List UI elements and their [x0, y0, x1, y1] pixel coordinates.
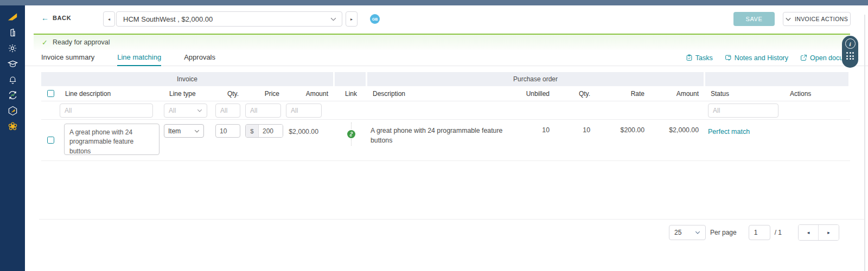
- filter-qty[interactable]: [215, 104, 240, 118]
- tasks-link[interactable]: Tasks: [686, 54, 713, 62]
- compass-arrow-icon[interactable]: [7, 106, 18, 116]
- price-input-group: $: [245, 124, 283, 138]
- app-logo-icon[interactable]: [7, 11, 18, 22]
- graduation-cap-icon[interactable]: [7, 59, 18, 69]
- external-link-icon: [800, 54, 807, 61]
- filter-status[interactable]: [708, 104, 778, 118]
- select-all-checkbox[interactable]: [47, 90, 54, 97]
- status-banner: ✓ Ready for approval: [34, 34, 850, 50]
- page-total: / 1: [775, 229, 782, 236]
- app-sidebar: [0, 5, 25, 271]
- qty-input[interactable]: [215, 124, 240, 138]
- back-button[interactable]: ← BACK: [41, 14, 71, 22]
- purchase-order-group-header: Purchase order: [367, 72, 704, 86]
- sync-chart-icon[interactable]: [7, 90, 18, 100]
- back-arrow-icon: ←: [41, 14, 49, 22]
- per-page-label: Per page: [710, 229, 737, 236]
- status-banner-text: Ready for approval: [53, 38, 110, 46]
- col-po-amount: Amount: [651, 90, 705, 98]
- table-row: A great phone with 24 programmable featu…: [41, 120, 850, 161]
- filter-amount[interactable]: [286, 104, 322, 118]
- col-link: Link: [335, 90, 367, 98]
- drag-handle-dots-icon[interactable]: [846, 52, 854, 60]
- chevron-down-icon: [786, 17, 791, 21]
- invoice-amount: $2,000.00: [286, 120, 335, 160]
- chevron-down-icon: [695, 231, 700, 234]
- status-group-header: [705, 72, 848, 86]
- col-qty: Qty.: [215, 90, 245, 98]
- col-price: Price: [245, 90, 286, 98]
- status-badge[interactable]: Perfect match: [708, 128, 750, 136]
- table-group-header: Invoice Purchase order: [41, 72, 850, 86]
- back-label: BACK: [53, 15, 71, 21]
- invoice-line-description-input[interactable]: A great phone with 24 programmable featu…: [64, 124, 159, 155]
- col-line-type: Line type: [164, 90, 215, 98]
- window-top-strip: [0, 0, 868, 5]
- bell-icon[interactable]: [7, 74, 18, 85]
- po-rate: $200.00: [597, 120, 651, 160]
- col-amount: Amount: [286, 90, 335, 98]
- avatar[interactable]: GB: [370, 14, 380, 24]
- link-group-header: [335, 72, 366, 86]
- invoice-group-header: Invoice: [41, 72, 333, 86]
- filter-line-description[interactable]: [60, 104, 153, 118]
- chevron-down-icon: [194, 130, 200, 133]
- invoice-actions-button[interactable]: INVOICE ACTIONS: [783, 12, 851, 26]
- right-panel-divider: [864, 15, 865, 271]
- invoice-navigator: ◂ HCM SouthWest , $2,000.00 ▸: [103, 11, 358, 27]
- table-filter-row: All: [41, 101, 850, 120]
- col-po-qty: Qty.: [556, 90, 597, 98]
- tasks-icon: [686, 54, 693, 61]
- prev-page-button[interactable]: ◂: [799, 225, 819, 240]
- filter-line-type[interactable]: All: [164, 104, 207, 118]
- next-invoice-button[interactable]: ▸: [346, 11, 358, 27]
- po-qty: 10: [556, 120, 597, 160]
- main-content: ← BACK ◂ HCM SouthWest , $2,000.00 ▸ GB …: [25, 5, 868, 271]
- link-connector: [351, 139, 352, 146]
- empty-space: [25, 161, 868, 219]
- invoice-header-bar: ← BACK ◂ HCM SouthWest , $2,000.00 ▸ GB …: [25, 5, 868, 34]
- invoice-select[interactable]: HCM SouthWest , $2,000.00: [116, 11, 342, 27]
- link-icon[interactable]: [347, 130, 355, 138]
- chevron-down-icon: [197, 109, 202, 112]
- page-number-input[interactable]: [749, 225, 770, 240]
- gear-icon[interactable]: [7, 43, 18, 53]
- po-description: A great phone with 24 programmable featu…: [367, 120, 510, 160]
- select-all-cell: [41, 90, 60, 97]
- col-rate: Rate: [597, 90, 651, 98]
- tab-invoice-summary[interactable]: Invoice summary: [41, 50, 94, 66]
- quick-links: Tasks Notes and History Open document: [686, 54, 858, 62]
- invoice-select-value: HCM SouthWest , $2,000.00: [123, 15, 330, 23]
- floating-help-widget: i: [842, 36, 858, 68]
- invoice-actions-label: INVOICE ACTIONS: [795, 16, 848, 22]
- per-page-select[interactable]: 25: [669, 225, 706, 240]
- col-status: Status: [705, 90, 782, 98]
- col-po-description: Description: [367, 90, 510, 98]
- line-matching-table: Invoice Purchase order Line description …: [41, 72, 850, 161]
- po-unbilled: 10: [510, 120, 556, 160]
- po-amount: $2,000.00: [651, 120, 705, 160]
- price-input[interactable]: [259, 125, 283, 137]
- pagination-bar: 25 Per page / 1 ◂ ▸: [39, 219, 865, 241]
- prev-invoice-button[interactable]: ◂: [103, 11, 115, 27]
- filter-price[interactable]: [245, 104, 281, 118]
- col-unbilled: Unbilled: [510, 90, 556, 98]
- info-icon[interactable]: i: [845, 38, 856, 49]
- col-line-description: Line description: [60, 90, 164, 98]
- building-icon[interactable]: [7, 27, 18, 37]
- actions-cell: [782, 120, 848, 160]
- flower-icon[interactable]: [7, 121, 18, 132]
- line-type-select[interactable]: Item: [164, 124, 204, 138]
- table-column-headers: Line description Line type Qty. Price Am…: [41, 86, 850, 101]
- next-page-button[interactable]: ▸: [819, 225, 839, 240]
- tab-line-matching[interactable]: Line matching: [117, 50, 161, 66]
- row-select-cell: [41, 120, 60, 160]
- row-checkbox[interactable]: [47, 137, 54, 144]
- notes-icon: [725, 54, 732, 61]
- tab-approvals[interactable]: Approvals: [184, 50, 215, 66]
- save-button[interactable]: SAVE: [733, 12, 775, 26]
- pager-buttons: ◂ ▸: [798, 224, 839, 241]
- status-cell: Perfect match: [705, 120, 782, 160]
- col-actions: Actions: [782, 90, 848, 98]
- notes-history-link[interactable]: Notes and History: [725, 54, 788, 62]
